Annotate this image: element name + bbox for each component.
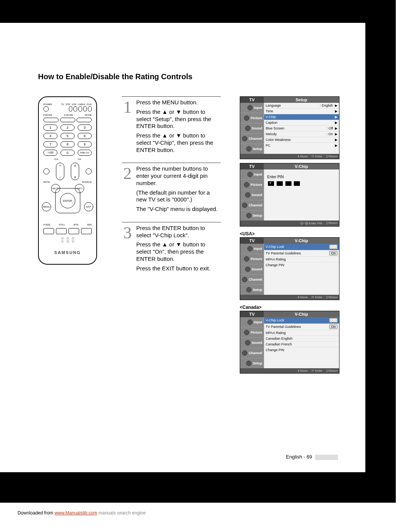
psize-button[interactable] (43, 228, 54, 234)
usa-label: <USA> (240, 231, 339, 236)
step-text: (The default pin number for a new TV set… (136, 189, 221, 204)
page-number: English - 69 (286, 454, 338, 460)
osd-menu-row: MPAA Rating (264, 330, 339, 336)
num-1[interactable]: 1 (43, 125, 57, 131)
power-button[interactable] (43, 106, 49, 112)
enter-button[interactable]: ENTER (60, 193, 75, 208)
osd-menu-row: TV Parental GuidelinesOn (264, 324, 339, 330)
still-button[interactable] (56, 228, 67, 234)
ch-rocker[interactable]: ∧∨ (71, 163, 79, 180)
menu-button[interactable]: MENU (42, 202, 51, 211)
osd-menu-row: Change PIN (264, 262, 339, 268)
remote-label-power: POWER (43, 103, 52, 105)
step-text: Press the ▲ or ▼ button to select "Setup… (136, 109, 221, 130)
pin-digit (268, 181, 274, 186)
remote-control: POWER TV STB VCR CABLE DVD (38, 96, 97, 265)
osd-menu-row: V-Chip LockOff (264, 317, 339, 324)
step-number: 3 (122, 225, 132, 241)
download-line: Downloaded from www.Manualslib.com manua… (0, 503, 411, 531)
osd-vchip-canada: TV V-Chip Input Picture Sound Channel Se… (240, 311, 339, 374)
mts-button[interactable] (68, 228, 79, 234)
step-number: 2 (122, 165, 132, 182)
step-1: 1 Press the MENU button. Press the ▲ or … (122, 96, 221, 163)
srs-button[interactable] (81, 228, 92, 234)
step-2: 2 Press the number buttons to enter your… (122, 163, 221, 222)
osd-menu-row: V-Chip▶ (264, 114, 339, 120)
step-text: Press the number buttons to enter your c… (136, 165, 221, 187)
num-9[interactable]: 9 (78, 141, 92, 147)
osd-menu-row: Canadian English (264, 336, 339, 342)
osd-setup: TV Setup Input Picture Sound Channel Set… (240, 96, 339, 159)
num-6[interactable]: 6 (78, 133, 92, 139)
step-number: 1 (122, 99, 132, 116)
mute-button[interactable] (43, 168, 49, 174)
osd-title: Setup (264, 97, 339, 103)
osd-menu-row: Change PIN (264, 347, 339, 353)
step-text: Press the ▲ or ▼ button to select "On", … (136, 241, 221, 262)
osd-menu-row: V-Chip LockOff (264, 244, 339, 250)
mode-button[interactable] (76, 118, 92, 122)
osd-title: V-Chip (264, 163, 339, 169)
osd-menu-row: Time▶ (264, 109, 339, 114)
osd-menu-row: Blue Screen: Off▶ (264, 126, 339, 131)
step-text: Press the EXIT button to exit. (136, 265, 221, 272)
num-plus100[interactable]: +100 (43, 150, 57, 156)
osd-menu-row: PC▶ (264, 143, 339, 148)
pmode-button[interactable] (43, 118, 59, 122)
num-0[interactable]: 0 (61, 150, 75, 156)
section-title: How to Enable/Disable the Rating Control… (38, 72, 339, 81)
osd-menu-row: Canadian French (264, 342, 339, 347)
step-text: Press the ENTER button to select "V-Chip… (136, 225, 221, 239)
step-text: The "V-Chip" menu is displayed. (136, 206, 221, 213)
brand-logo: SAMSUNG (43, 250, 92, 255)
step-3: 3 Press the ENTER button to select "V-Ch… (122, 222, 221, 281)
pin-digit (294, 181, 300, 186)
osd-menu-row: Language: English▶ (264, 103, 339, 109)
num-5[interactable]: 5 (61, 133, 75, 139)
num-3[interactable]: 3 (78, 125, 92, 131)
smode-button[interactable] (60, 118, 75, 122)
num-7[interactable]: 7 (43, 141, 57, 147)
pin-digit (277, 181, 283, 186)
step-text: Press the ▲ or ▼ button to select "V-Chi… (136, 132, 221, 153)
num-2[interactable]: 2 (61, 125, 75, 131)
pin-label: Enter PIN (267, 175, 284, 179)
osd-menu-row: MPAA Rating (264, 257, 339, 262)
source-button[interactable] (86, 168, 92, 174)
num-4[interactable]: 4 (43, 133, 57, 139)
osd-menu-row: Color Weakness▶ (264, 137, 339, 143)
manualslib-link[interactable]: www.Manualslib.com (54, 510, 97, 516)
exit-button[interactable]: EXIT (84, 202, 93, 211)
osd-menu-row: TV Parental GuidelinesOn (264, 250, 339, 257)
osd-tv-label: TV (240, 97, 264, 103)
osd-menu-row: Caption▶ (264, 120, 339, 126)
step-text: Press the MENU button. (136, 99, 221, 106)
pin-digit (285, 181, 292, 186)
pre-ch[interactable]: PRE-CH (78, 150, 92, 156)
canada-label: <Canada> (240, 305, 339, 310)
osd-enter-pin: TV V-Chip Input Picture Sound Channel Se… (240, 163, 339, 227)
osd-menu-row: Melody: On▶ (264, 131, 339, 137)
source-tv[interactable] (69, 106, 73, 112)
vol-rocker[interactable]: +− (56, 163, 64, 180)
osd-vchip-usa: TV V-Chip Input Picture Sound Channel Se… (240, 237, 339, 300)
num-8[interactable]: 8 (61, 141, 75, 147)
